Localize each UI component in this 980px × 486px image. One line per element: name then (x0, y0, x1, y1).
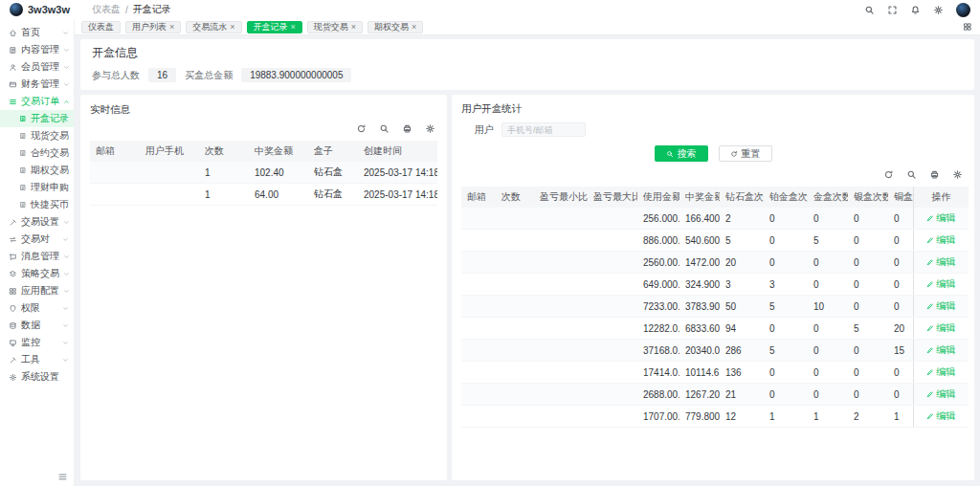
table-header-row: 邮箱用户手机 次数中奖金额 盒子创建时间 (90, 141, 437, 162)
reset-icon (730, 150, 738, 158)
edit-button[interactable]: 编辑 (926, 321, 955, 335)
settings-icon[interactable] (933, 5, 944, 15)
stat-total-amount-label: 买盒总金额 (185, 69, 233, 82)
app-window: 3w3w3w 仪表盘 / 开盒记录 首页 内容管理 会员管理 财务管理 交易订单… (0, 0, 980, 486)
sidebar-subitem-quick-buy[interactable]: 快捷买币 (0, 196, 74, 213)
table-row[interactable]: 2688.00...1267.20... 210 00 0 编辑 (461, 384, 969, 406)
tab-close-icon[interactable]: × (351, 23, 356, 32)
table-row[interactable]: 17414.0...10114.6... 1360 00 0 编辑 (461, 362, 969, 384)
page-title: 开盒信息 (92, 45, 963, 61)
sidebar-item-app-config[interactable]: 应用配置 (0, 282, 74, 299)
box-info-card: 开盒信息 参与总人数 16 买盒总金额 19883.900000000005 (80, 39, 974, 90)
tab-close-icon[interactable]: × (291, 23, 296, 32)
sidebar-subitem-spot-trade[interactable]: 现货交易 (0, 127, 74, 144)
tab-option-trade[interactable]: 期权交易× (368, 21, 423, 33)
logo-text: 3w3w3w (28, 4, 70, 15)
edit-button[interactable]: 编辑 (926, 211, 955, 225)
sidebar-item-home[interactable]: 首页 (0, 24, 74, 41)
search-button[interactable]: 搜索 (655, 145, 708, 162)
print-icon[interactable] (402, 123, 412, 134)
sidebar-item-strategy-trade[interactable]: 策略交易 (0, 265, 74, 282)
chevron-down-icon (62, 340, 69, 346)
user-stats-table: 邮箱次数 盈亏最小比例盈亏最大比例 使用金额中奖金额 钻石盒次数铂金盒次数 金盒… (461, 187, 969, 428)
table-row[interactable]: 1 64.00钻石盒2025-03-17 14:18:12 (90, 184, 437, 206)
zoom-icon[interactable] (379, 123, 390, 134)
sidebar-subitem-wealth-subscribe[interactable]: 理财申购 (0, 179, 74, 196)
table-row[interactable]: 1 102.40钻石盒2025-03-17 14:18:20 (90, 162, 437, 184)
sidebar-item-trade-settings[interactable]: 交易设置 (0, 213, 74, 231)
stat-participants-value: 16 (148, 68, 176, 82)
table-header-row: 邮箱次数 盈亏最小比例盈亏最大比例 使用金额中奖金额 钻石盒次数铂金盒次数 金盒… (461, 187, 969, 208)
chevron-down-icon (63, 254, 70, 260)
sidebar-item-data[interactable]: 数据 (0, 317, 74, 334)
edit-button[interactable]: 编辑 (926, 343, 955, 357)
avatar[interactable] (956, 3, 970, 17)
sidebar-subitem-contract-trade[interactable]: 合约交易 (0, 144, 74, 162)
top-bar: 3w3w3w 仪表盘 / 开盒记录 (0, 0, 980, 19)
chevron-down-icon (62, 322, 69, 329)
table-row[interactable]: 2560.00...1472.00... 200 00 0 编辑 (461, 252, 969, 274)
tab-close-icon[interactable]: × (230, 23, 234, 32)
edit-button[interactable]: 编辑 (926, 299, 955, 313)
sidebar-item-finance[interactable]: 财务管理 (0, 76, 74, 93)
sidebar-item-member[interactable]: 会员管理 (0, 58, 74, 76)
column-settings-icon[interactable] (952, 169, 963, 180)
sidebar-item-tools[interactable]: 工具 (0, 351, 74, 368)
sidebar-item-trade-orders[interactable]: 交易订单 (0, 93, 74, 110)
realtime-panel: 实时信息 邮箱用户手机 次数中奖金额 盒子创建 (80, 95, 447, 480)
sidebar-item-system-settings[interactable]: 系统设置 (0, 368, 74, 386)
sidebar-collapse-icon[interactable] (57, 472, 68, 482)
edit-button[interactable]: 编辑 (926, 409, 955, 423)
tab-trade-flow[interactable]: 交易流水× (186, 21, 241, 33)
sidebar-subitem-box-records[interactable]: 开盒记录 (0, 110, 74, 127)
zoom-icon[interactable] (906, 169, 917, 180)
sidebar-item-permissions[interactable]: 权限 (0, 299, 74, 317)
edit-button[interactable]: 编辑 (926, 255, 955, 269)
edit-button[interactable]: 编辑 (926, 365, 955, 379)
sidebar-item-monitor[interactable]: 监控 (0, 334, 74, 351)
table-row[interactable]: 7233.00...3783.90... 505 100 0 编辑 (461, 296, 969, 318)
edit-pencil-icon (926, 280, 934, 288)
stat-participants-label: 参与总人数 (92, 69, 140, 82)
print-icon[interactable] (929, 169, 940, 180)
edit-pencil-icon (926, 236, 934, 244)
breadcrumb-separator: / (125, 5, 128, 15)
table-row[interactable]: 37168.0...20340.0... 2865 00 15 编辑 (461, 340, 969, 362)
table-row[interactable]: 256.000...166.400... 20 00 0 编辑 (461, 208, 969, 230)
tab-spot-trade[interactable]: 现货交易× (307, 21, 363, 33)
sidebar-item-trade-pairs[interactable]: 交易对 (0, 231, 74, 248)
edit-button[interactable]: 编辑 (926, 387, 955, 401)
tab-dashboard[interactable]: 仪表盘 (81, 21, 121, 33)
tab-close-icon[interactable]: × (412, 23, 416, 32)
app-logo[interactable]: 3w3w3w (10, 3, 78, 16)
tab-box-records[interactable]: 开盒记录× (247, 21, 302, 33)
breadcrumb-section[interactable]: 仪表盘 (92, 3, 121, 16)
sidebar-item-content[interactable]: 内容管理 (0, 41, 74, 58)
chevron-down-icon (62, 30, 69, 36)
search-icon[interactable] (864, 5, 875, 15)
fullscreen-icon[interactable] (887, 5, 898, 15)
edit-pencil-icon (926, 302, 934, 310)
column-settings-icon[interactable] (425, 123, 435, 134)
table-row[interactable]: 649.000...324.900... 33 00 0 编辑 (461, 274, 969, 296)
table-row[interactable]: 12282.0...6833.60... 940 05 20 编辑 (461, 318, 969, 340)
sidebar-subitem-option-trade[interactable]: 期权交易 (0, 162, 74, 179)
user-filter-label: 用户 (475, 123, 494, 137)
edit-pencil-icon (926, 214, 934, 222)
user-stats-title: 用户开盒统计 (461, 102, 965, 116)
edit-button[interactable]: 编辑 (926, 233, 955, 247)
edit-button[interactable]: 编辑 (926, 277, 955, 291)
table-row[interactable]: 886.000...540.600... 50 50 0 编辑 (461, 230, 969, 252)
refresh-icon[interactable] (883, 169, 894, 180)
edit-pencil-icon (926, 412, 934, 420)
sidebar-item-messages[interactable]: 消息管理 (0, 248, 74, 265)
refresh-icon[interactable] (356, 123, 367, 134)
tab-list-icon[interactable] (963, 22, 972, 32)
tab-user-list[interactable]: 用户列表× (125, 21, 181, 33)
notification-icon[interactable] (910, 5, 921, 15)
user-filter-input[interactable] (501, 122, 586, 137)
table-row[interactable]: 1707.00...779.800... 121 12 1 编辑 (461, 406, 969, 428)
sidebar: 首页 内容管理 会员管理 财务管理 交易订单 开盒记录 现货交易 合约交易 期权… (0, 19, 75, 486)
tab-close-icon[interactable]: × (169, 23, 174, 32)
reset-button[interactable]: 重置 (719, 145, 772, 162)
